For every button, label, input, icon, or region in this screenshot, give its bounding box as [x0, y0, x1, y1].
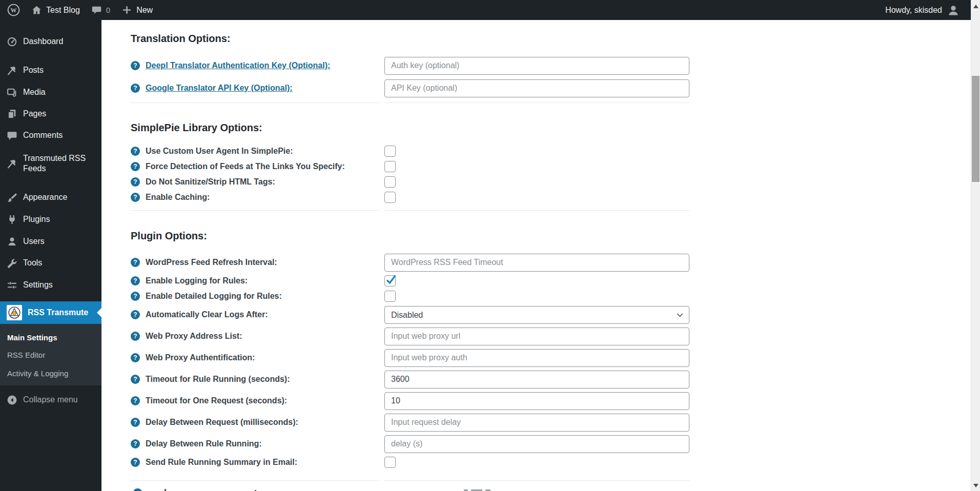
sidebar-item-posts[interactable]: Posts [0, 62, 101, 79]
sidebar-item-appearance[interactable]: Appearance [0, 189, 101, 206]
help-question-icon[interactable]: ? [131, 276, 140, 285]
scroll-down-arrow-icon[interactable] [973, 484, 978, 487]
help-question-icon[interactable]: ? [131, 418, 140, 427]
request-timeout-input[interactable] [384, 392, 689, 410]
setting-row-request-delay: ? Delay Between Request (milliseconds): [131, 412, 971, 433]
wordpress-logo-menu[interactable]: W [7, 4, 20, 16]
sidebar-item-comments[interactable]: Comments [0, 127, 101, 144]
tools-icon [7, 258, 17, 269]
sidebar-item-settings[interactable]: Settings [0, 276, 101, 294]
setting-row-proxy-address: ? Web Proxy Address List: [131, 325, 971, 347]
setting-row-no-sanitize: ? Do Not Sanitize/Strip HTML Tags: [131, 174, 971, 190]
setting-row-request-timeout: ? Timeout for One Request (seconds): [131, 390, 971, 412]
admin-bar: W Test Blog 0 New Howdy, skisded [0, 0, 980, 20]
comments-menu[interactable]: 0 [91, 5, 110, 15]
setting-row-rule-timeout: ? Timeout for Rule Running (seconds): [131, 369, 971, 390]
proxy-address-input[interactable] [384, 328, 689, 345]
deepl-auth-key-input[interactable] [384, 57, 689, 75]
media-icon [7, 87, 17, 98]
detailed-logging-checkbox[interactable] [384, 291, 396, 302]
account-menu[interactable]: Howdy, skisded [885, 4, 973, 16]
setting-row-deepl-key: ? Deepl Translator Authentication Key (O… [131, 54, 971, 77]
home-icon [31, 5, 42, 15]
sidebar-item-media[interactable]: Media [0, 84, 101, 101]
help-question-icon[interactable]: ? [131, 353, 140, 362]
howdy-text: Howdy, skisded [885, 6, 942, 15]
help-question-icon[interactable]: ? [131, 258, 140, 267]
comment-count: 0 [106, 6, 110, 14]
site-name-menu[interactable]: Test Blog [31, 5, 80, 15]
enable-caching-checkbox[interactable] [384, 192, 396, 203]
help-question-icon[interactable]: ? [131, 310, 140, 319]
clear-logs-select[interactable]: Disabled [384, 306, 689, 324]
scroll-up-arrow-icon[interactable] [973, 5, 978, 8]
section-title-plugin-options: Plugin Options: [131, 229, 971, 242]
proxy-auth-input[interactable] [384, 349, 689, 367]
help-question-icon[interactable]: ? [131, 177, 140, 187]
help-question-icon[interactable]: ? [131, 375, 140, 384]
custom-user-agent-checkbox[interactable] [384, 146, 396, 157]
submenu-item-rss-editor[interactable]: RSS Editor [0, 347, 101, 362]
pushpin-icon [7, 158, 17, 169]
vertical-scrollbar[interactable] [971, 0, 980, 491]
sidebar-item-transmuted-rss-feeds[interactable]: Transmuted RSS Feeds [0, 150, 101, 177]
sidebar-item-tools[interactable]: Tools [0, 254, 101, 272]
sidebar-item-users[interactable]: Users [0, 233, 101, 250]
rule-delay-input[interactable] [384, 435, 689, 453]
setting-row-feed-refresh: ? WordPress Feed Refresh Interval: [131, 252, 971, 273]
sidebar-item-plugins[interactable]: Plugins [0, 211, 101, 228]
setting-row-rule-delay: ? Delay Between Rule Running: [131, 433, 971, 455]
wordpress-logo-icon: W [7, 4, 20, 16]
sidebar-item-dashboard[interactable]: Dashboard [0, 33, 101, 50]
help-question-icon[interactable]: ? [131, 396, 140, 405]
submenu-item-main-settings[interactable]: Main Settings [0, 330, 101, 344]
dashboard-icon [7, 36, 17, 47]
scrollbar-thumb[interactable] [972, 76, 979, 182]
section-divider [131, 480, 971, 481]
new-content-menu[interactable]: New [121, 5, 153, 15]
email-summary-checkbox[interactable] [384, 457, 396, 468]
google-key-link-label[interactable]: Google Translator API Key (Optional): [146, 84, 293, 93]
collapse-arrow-icon [7, 395, 17, 405]
sidebar-item-pages[interactable]: Pages [0, 105, 101, 122]
help-question-icon[interactable]: ? [131, 292, 140, 301]
rule-timeout-input[interactable] [384, 371, 689, 388]
section-title-translation-options: Translation Options: [131, 32, 971, 45]
avatar [947, 4, 959, 16]
help-question-icon[interactable]: ? [131, 458, 140, 467]
help-question-icon[interactable]: ? [131, 162, 140, 171]
help-question-icon[interactable]: ? [131, 61, 140, 70]
setting-row-proxy-auth: ? Web Proxy Authentification: [131, 347, 971, 369]
help-question-icon[interactable]: ? [131, 84, 140, 93]
setting-row-clear-logs: ? Automatically Clear Logs After: Disabl… [131, 304, 971, 325]
rss-transmute-icon [7, 305, 22, 320]
help-question-icon[interactable]: ? [131, 193, 140, 202]
enable-logging-checkbox-checked[interactable] [384, 275, 396, 287]
deepl-key-link-label[interactable]: Deepl Translator Authentication Key (Opt… [146, 61, 330, 70]
collapse-menu-button[interactable]: Collapse menu [0, 391, 101, 408]
help-question-icon[interactable]: ? [131, 147, 140, 156]
help-question-icon[interactable]: ? [131, 439, 140, 448]
google-api-key-input[interactable] [384, 79, 689, 97]
plus-icon [121, 5, 132, 15]
plugins-icon [7, 214, 17, 225]
section-divider [131, 103, 971, 103]
setting-row-enable-logging: ? Enable Logging for Rules: [131, 273, 971, 289]
setting-row-email-summary: ? Send Rule Running Summary in Email: [131, 455, 971, 470]
appearance-icon [7, 192, 17, 203]
setting-row-custom-user-agent: ? Use Custom User Agent In SimplePie: [131, 144, 971, 159]
force-detection-checkbox[interactable] [384, 161, 396, 172]
svg-text:W: W [11, 7, 17, 14]
section-divider [131, 210, 971, 211]
section-title-simplepie-options: SimplePie Library Options: [131, 121, 971, 134]
submenu-item-activity-logging[interactable]: Activity & Logging [0, 366, 101, 380]
pages-icon [7, 109, 17, 119]
sidebar-item-rss-transmute[interactable]: RSS Transmute [0, 301, 101, 324]
site-name: Test Blog [46, 6, 80, 15]
new-label: New [136, 6, 153, 15]
no-sanitize-checkbox[interactable] [384, 176, 396, 188]
feed-refresh-interval-input[interactable] [384, 254, 689, 272]
clipped-next-row [131, 487, 971, 491]
request-delay-input[interactable] [384, 414, 689, 432]
help-question-icon[interactable]: ? [131, 332, 140, 341]
